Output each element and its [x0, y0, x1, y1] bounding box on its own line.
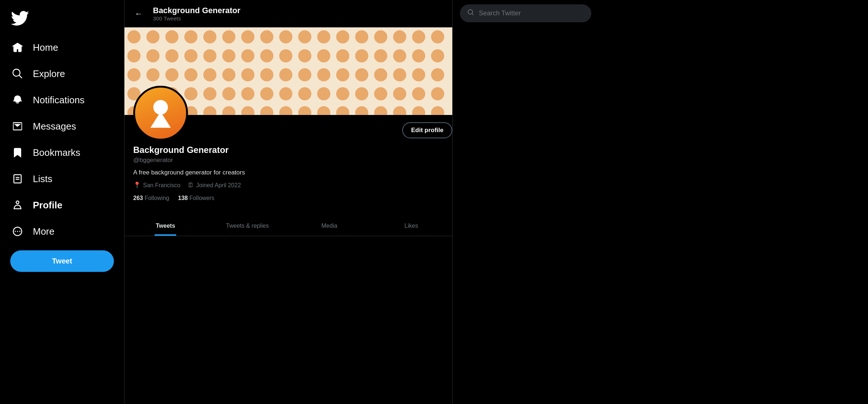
banner-dot: [412, 106, 425, 115]
banner-dot: [260, 49, 273, 62]
search-icon: [467, 9, 475, 18]
tab-media[interactable]: Media: [288, 216, 370, 236]
banner-dot: [431, 106, 444, 115]
profile-header-bar: ← Background Generator 300 Tweets: [124, 0, 452, 27]
banner-dot: [374, 49, 387, 62]
bell-icon: [11, 93, 24, 107]
banner-dot: [260, 30, 273, 43]
sidebar: Home Explore Notifications Messages Book…: [0, 0, 124, 404]
sidebar-item-bookmarks[interactable]: Bookmarks: [6, 140, 118, 165]
profile-location-text: San Francisco: [143, 182, 180, 189]
header-tweet-count: 300 Tweets: [153, 15, 241, 22]
sidebar-item-notifications-label: Notifications: [33, 95, 85, 106]
banner-dot: [184, 68, 197, 81]
tweet-button[interactable]: Tweet: [10, 250, 114, 272]
banner-dot: [336, 30, 349, 43]
sidebar-item-notifications[interactable]: Notifications: [6, 88, 118, 112]
sidebar-item-lists-label: Lists: [33, 173, 52, 185]
banner-dot: [184, 30, 197, 43]
twitter-logo[interactable]: [6, 4, 118, 33]
profile-joined-text: Joined April 2022: [196, 182, 241, 189]
profile-meta: 📍 San Francisco 🗓 Joined April 2022: [133, 181, 443, 189]
banner-dot: [317, 49, 330, 62]
sidebar-item-more[interactable]: More: [6, 219, 118, 244]
banner-dot: [412, 68, 425, 81]
banner-dot: [279, 30, 292, 43]
avatar-container: [133, 86, 188, 141]
banner-dot: [355, 30, 368, 43]
tab-likes[interactable]: Likes: [370, 216, 453, 236]
profile-bio: A free background generator for creators: [133, 169, 443, 176]
banner-dot: [146, 49, 160, 62]
banner-dot: [298, 68, 311, 81]
banner-dot: [431, 87, 444, 100]
banner-dot: [165, 30, 178, 43]
banner-dot: [355, 68, 368, 81]
banner-dot: [393, 49, 406, 62]
sidebar-item-explore[interactable]: Explore: [6, 61, 118, 86]
banner-dot: [336, 49, 349, 62]
profile-section: Edit profile Background Generator @bggen…: [124, 115, 452, 216]
banner-dot: [374, 106, 387, 115]
sidebar-item-lists[interactable]: Lists: [6, 166, 118, 191]
banner-dot: [203, 68, 216, 81]
banner-dot: [184, 49, 197, 62]
banner-dot: [412, 87, 425, 100]
following-stat[interactable]: 263 Following: [133, 195, 169, 201]
banner-dot: [393, 30, 406, 43]
tab-tweets[interactable]: Tweets: [124, 216, 207, 236]
lists-icon: [11, 172, 24, 185]
banner-dot: [127, 30, 141, 43]
sidebar-item-bookmarks-label: Bookmarks: [33, 147, 80, 158]
banner-dot: [260, 68, 273, 81]
banner-dot: [317, 106, 330, 115]
banner-dot: [127, 68, 141, 81]
banner-dot: [279, 106, 292, 115]
edit-profile-button[interactable]: Edit profile: [402, 122, 452, 138]
tab-tweets-replies[interactable]: Tweets & replies: [207, 216, 289, 236]
banner-dot: [298, 30, 311, 43]
back-button[interactable]: ←: [132, 6, 146, 22]
sidebar-item-messages-label: Messages: [33, 121, 76, 132]
bookmark-icon: [11, 146, 24, 159]
profile-location: 📍 San Francisco: [133, 181, 180, 189]
sidebar-item-profile[interactable]: Profile: [6, 193, 118, 218]
banner-dot: [146, 30, 160, 43]
banner-dot: [279, 49, 292, 62]
profile-joined: 🗓 Joined April 2022: [188, 182, 241, 189]
followers-label: Followers: [189, 195, 214, 201]
calendar-icon: 🗓: [188, 182, 194, 189]
profile-display-name: Background Generator: [133, 145, 443, 155]
banner-dot: [241, 30, 254, 43]
banner-dot: [222, 49, 235, 62]
sidebar-item-explore-label: Explore: [33, 68, 65, 80]
banner-dot: [336, 87, 349, 100]
banner-dot: [317, 30, 330, 43]
banner-dot: [412, 30, 425, 43]
banner-dot: [260, 87, 273, 100]
search-input[interactable]: [479, 9, 584, 17]
sidebar-item-home[interactable]: Home: [6, 35, 118, 60]
banner-dot: [374, 87, 387, 100]
home-icon: [11, 41, 24, 54]
banner-dot: [355, 87, 368, 100]
banner-dot: [279, 87, 292, 100]
more-icon: [11, 225, 24, 238]
main-content: ← Background Generator 300 Tweets Edit p…: [124, 0, 453, 404]
header-profile-name: Background Generator: [153, 6, 241, 15]
sidebar-item-home-label: Home: [33, 42, 58, 53]
explore-icon: [11, 67, 24, 80]
banner-dot: [298, 106, 311, 115]
followers-stat[interactable]: 138 Followers: [178, 195, 215, 201]
banner-dot: [222, 106, 235, 115]
banner-dot: [165, 68, 178, 81]
following-count: 263: [133, 195, 143, 201]
banner-dot: [412, 49, 425, 62]
avatar-triangle: [150, 112, 171, 128]
search-bar[interactable]: [460, 4, 591, 22]
banner-dot: [241, 87, 254, 100]
sidebar-item-messages[interactable]: Messages: [6, 114, 118, 139]
sidebar-item-profile-label: Profile: [33, 200, 62, 211]
banner-dot: [222, 87, 235, 100]
sidebar-item-more-label: More: [33, 226, 54, 237]
